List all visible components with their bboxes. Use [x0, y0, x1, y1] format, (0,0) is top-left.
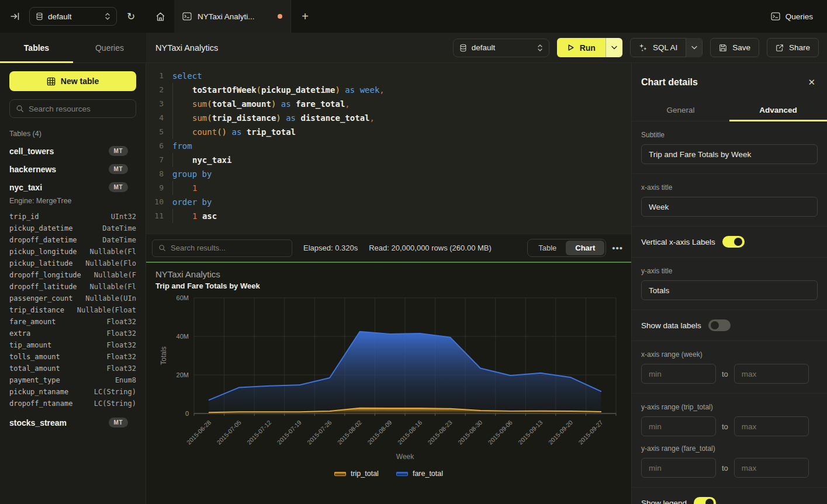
svg-text:2015-09-27: 2015-09-27	[577, 419, 604, 446]
save-button-label: Save	[732, 43, 750, 52]
column-row: tip_amountFloat32	[9, 339, 136, 351]
table-name: cell_towers	[9, 147, 109, 156]
subtitle-input[interactable]	[641, 144, 818, 164]
tab-nytaxi-analytics[interactable]: NYTaxi Analyti...	[174, 0, 291, 33]
chart-subtitle: Trip and Fare Totals by Week	[155, 281, 260, 290]
yaxis-title-label: y-axis title	[641, 267, 818, 275]
yaxis-range-fare-max-input[interactable]	[734, 458, 809, 478]
show-data-labels-toggle[interactable]	[708, 319, 731, 331]
code-line[interactable]: 10order by	[146, 195, 631, 209]
xaxis-title-input[interactable]	[641, 197, 818, 217]
home-button[interactable]	[146, 0, 174, 33]
more-options-icon[interactable]: •••	[612, 243, 623, 253]
chart-title: NYTaxi Analytics	[155, 269, 220, 279]
line-number: 11	[146, 209, 164, 223]
code-line[interactable]: 5count() as trip_total	[146, 125, 631, 139]
search-icon	[158, 244, 166, 252]
code-line[interactable]: 8group by	[146, 167, 631, 181]
svg-text:0: 0	[185, 410, 189, 417]
chart-details-tabs: General Advanced	[632, 99, 827, 121]
series-area-fare_total	[209, 332, 601, 413]
line-number: 4	[146, 111, 164, 125]
code-line[interactable]: 7nyc_taxi	[146, 153, 631, 167]
sql-ai-caret[interactable]	[686, 38, 702, 57]
tab-advanced[interactable]: Advanced	[729, 99, 827, 121]
new-table-button[interactable]: New table	[9, 71, 136, 91]
run-options-caret[interactable]	[605, 38, 622, 57]
code-line[interactable]: 2toStartOfWeek(pickup_datetime) as week,	[146, 83, 631, 97]
results-search[interactable]	[152, 239, 292, 257]
sidebar-search[interactable]	[9, 99, 136, 118]
chart-legend: trip_totalfare_total	[146, 470, 631, 478]
svg-text:2015-09-20: 2015-09-20	[547, 419, 575, 446]
legend-swatch	[396, 472, 408, 476]
code-line[interactable]: 4sum(trip_distance) as distance_total,	[146, 111, 631, 125]
line-number: 3	[146, 97, 164, 111]
table-name: hackernews	[9, 165, 109, 174]
column-row: trip_idUInt32	[9, 211, 136, 223]
show-legend-toggle[interactable]	[694, 497, 716, 504]
xaxis-range-max-input[interactable]	[734, 364, 809, 384]
columns-list: trip_idUInt32pickup_datetimeDateTimedrop…	[9, 211, 136, 409]
new-tab-button[interactable]: +	[291, 0, 319, 33]
svg-text:Week: Week	[396, 453, 414, 461]
legend-item-fare_total[interactable]: fare_total	[396, 470, 443, 478]
queries-button-label: Queries	[786, 12, 813, 21]
table-row-cell_towers[interactable]: cell_towersMT	[9, 146, 136, 156]
legend-swatch	[334, 472, 346, 476]
yaxis-range-trip-max-input[interactable]	[734, 416, 809, 436]
svg-text:2015-08-09: 2015-08-09	[366, 419, 393, 446]
share-button[interactable]: Share	[767, 38, 819, 57]
run-button[interactable]: Run	[557, 38, 622, 57]
code-line[interactable]: 91	[146, 181, 631, 195]
share-icon	[776, 44, 784, 52]
code-line[interactable]: 3sum(total_amount) as fare_total,	[146, 97, 631, 111]
xaxis-range-min-input[interactable]	[641, 364, 716, 384]
column-row: passenger_countNullable(UIn	[9, 293, 136, 304]
sql-editor[interactable]: 1select2toStartOfWeek(pickup_datetime) a…	[146, 63, 631, 234]
table-engine-badge: MT	[109, 418, 128, 427]
svg-text:2015-07-26: 2015-07-26	[306, 419, 333, 446]
code-line[interactable]: 6from	[146, 139, 631, 153]
vertical-xaxis-labels-toggle[interactable]	[722, 236, 745, 248]
tables-list: cell_towersMThackernewsMTnyc_taxiMTEngin…	[9, 146, 136, 427]
search-results-input[interactable]	[171, 244, 286, 252]
refresh-icon[interactable]: ↻	[123, 8, 139, 25]
table-view-button[interactable]: Table	[529, 241, 566, 255]
database-icon	[459, 44, 467, 52]
search-resources-input[interactable]	[29, 105, 130, 113]
database-selector[interactable]: default	[29, 7, 117, 26]
line-number: 9	[146, 181, 164, 195]
tab-general[interactable]: General	[632, 99, 729, 121]
table-grid-icon	[47, 77, 56, 86]
chart[interactable]: 020M40M60M2015-06-282015-07-052015-07-12…	[152, 292, 620, 467]
tab-queries[interactable]: Queries	[73, 33, 146, 62]
close-icon[interactable]: ✕	[808, 77, 815, 88]
svg-text:40M: 40M	[177, 333, 189, 340]
tab-tables[interactable]: Tables	[0, 33, 73, 62]
queries-icon	[771, 12, 780, 20]
run-database-selector[interactable]: default	[453, 39, 549, 57]
table-row-nyc_taxi[interactable]: nyc_taxiMT	[9, 182, 136, 192]
line-number: 1	[146, 69, 164, 83]
svg-text:2015-09-06: 2015-09-06	[486, 419, 514, 446]
yaxis-range-trip-min-input[interactable]	[641, 416, 716, 436]
to-label: to	[722, 370, 728, 378]
column-row: payment_typeEnum8	[9, 374, 136, 386]
legend-item-trip_total[interactable]: trip_total	[334, 470, 379, 478]
run-database-value: default	[472, 43, 532, 52]
code-line[interactable]: 1select	[146, 69, 631, 83]
queries-button[interactable]: Queries	[771, 12, 813, 21]
table-row-stocks_stream[interactable]: stocks_streamMT	[9, 418, 136, 427]
yaxis-range-fare-min-input[interactable]	[641, 458, 716, 478]
chart-view-button[interactable]: Chart	[566, 241, 604, 255]
subtitle-label: Subtitle	[641, 131, 818, 139]
table-row-hackernews[interactable]: hackernewsMT	[9, 164, 136, 174]
yaxis-title-input[interactable]	[641, 280, 818, 300]
save-button[interactable]: Save	[710, 38, 759, 57]
sql-ai-button[interactable]: SQL AI	[630, 38, 703, 57]
sidebar-tabs: Tables Queries	[0, 33, 146, 63]
code-line[interactable]: 111 asc	[146, 209, 631, 223]
collapse-sidebar-icon[interactable]	[7, 8, 23, 25]
read-stat: Read: 20,000,000 rows (260.00 MB)	[369, 244, 492, 252]
